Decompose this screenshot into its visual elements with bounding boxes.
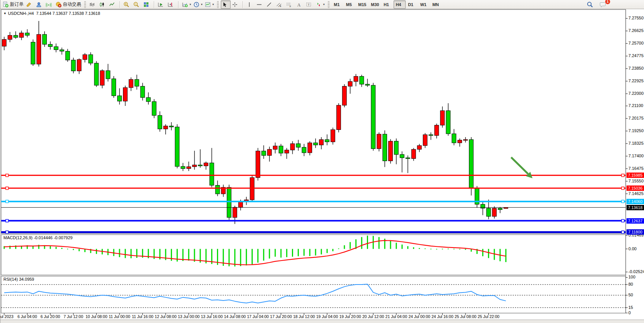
macd-bar [136, 249, 137, 258]
toolbar-button-autotrade[interactable]: 自动交易 [54, 0, 82, 9]
timeframe-button-m5[interactable]: M5 [344, 0, 356, 9]
line-handle[interactable] [6, 200, 8, 203]
timeframe-button-m1[interactable]: M1 [332, 0, 344, 9]
bull-candle [457, 140, 462, 143]
toolbar-group: EFAT▾ [244, 0, 327, 9]
timeframe-button-mn[interactable]: MN [430, 0, 442, 9]
time-axis-label: 13 Jul 16:00 [201, 314, 223, 319]
toolbar-button-cursor[interactable] [221, 0, 231, 9]
macd-bar [327, 249, 328, 253]
bear-candle [135, 80, 139, 86]
toolbar-button-text[interactable]: A [295, 0, 304, 9]
toolbar-button-new-order[interactable]: 新订单 [2, 0, 25, 9]
bull-candle [440, 111, 445, 125]
rsi-axis-label: 80 [628, 282, 633, 286]
current-price-tag: 7.13618 [626, 205, 644, 210]
bear-candle [106, 70, 110, 78]
dropdown-caret-icon[interactable]: ▾ [201, 3, 202, 6]
line-handle[interactable] [6, 219, 8, 222]
price-axis-label: 7.22925 [628, 78, 644, 83]
time-axis-label: 6 Jul 04:00 [18, 314, 37, 319]
dropdown-caret-icon[interactable]: ▾ [190, 3, 191, 6]
line-handle[interactable] [622, 231, 624, 233]
toolbar-button-periods[interactable]: ▾ [192, 0, 204, 9]
chart-symbol-dropdown-icon[interactable]: ▼ [3, 12, 6, 15]
trading-platform-window: 新订单自动交易▾▾▾EFAT▾M1M5M15M30H1H4D1W1MN1 ▼US… [0, 0, 644, 323]
toolbar-button-chart-shift[interactable] [166, 0, 176, 9]
bear-candle [302, 147, 306, 153]
search-icon [587, 1, 593, 8]
toolbar-button-label[interactable]: T [304, 0, 314, 9]
bear-candle [146, 98, 150, 102]
toolbar-button-bar-chart[interactable] [88, 0, 98, 9]
toolbar-button-indicators[interactable]: ▾ [181, 0, 192, 9]
toolbar-button-candlestick[interactable] [98, 0, 108, 9]
bull-candle [411, 149, 416, 158]
line-handle[interactable] [6, 231, 8, 233]
dropdown-caret-icon[interactable]: ▾ [212, 3, 214, 6]
line-handle[interactable] [6, 187, 8, 190]
zoom-in-icon [123, 2, 129, 8]
macd-bar [332, 249, 333, 251]
macd-bar [448, 249, 449, 249]
toolbar-button-crosshair[interactable] [231, 0, 241, 9]
macd-bar [263, 249, 264, 261]
toolbar-button-brush[interactable] [25, 0, 35, 9]
toolbar-button-auto-scroll[interactable] [156, 0, 166, 9]
toolbar-drag-handle [328, 1, 330, 8]
timeframe-button-w1[interactable]: W1 [418, 0, 430, 9]
periods-icon [193, 2, 199, 8]
chart-symbol-period: USDCNH-,H4 [8, 11, 34, 16]
dropdown-caret-icon[interactable]: ▾ [323, 3, 325, 6]
timeframe-button-h1[interactable]: H1 [381, 0, 394, 9]
time-axis-label: 11 Jul 00:00 [109, 314, 130, 319]
line-handle[interactable] [6, 174, 8, 177]
macd-bar [188, 249, 189, 261]
bull-candle [423, 135, 427, 146]
toolbar-button-arrows[interactable]: ▾ [314, 0, 326, 9]
zoom-out-icon [133, 2, 139, 8]
bear-candle [429, 135, 433, 136]
toolbar-button-vline[interactable] [245, 0, 255, 9]
toolbar-button-trendline[interactable] [265, 0, 275, 9]
toolbar-button-chat[interactable]: 1 [598, 0, 608, 9]
autotrade-icon [56, 2, 62, 8]
line-handle[interactable] [622, 174, 624, 177]
timeframe-button-m15[interactable]: M15 [356, 0, 368, 9]
line-handle[interactable] [622, 219, 624, 222]
bear-candle [198, 165, 202, 166]
timeframe-button-m30[interactable]: M30 [368, 0, 381, 9]
line-handle[interactable] [622, 200, 624, 203]
toolbar-button-line-chart[interactable] [108, 0, 118, 9]
price-axis-label: 7.15550 [628, 179, 644, 183]
toolbar-button-profile[interactable] [35, 0, 45, 9]
bear-candle [371, 85, 375, 149]
macd-bar [73, 249, 74, 250]
toolbar-button-fibonacci[interactable]: F [285, 0, 295, 9]
bull-candle [319, 139, 324, 145]
price-level-tag: 7.12637 [626, 218, 644, 224]
time-axis-label: 21 Jul 04:00 [386, 314, 407, 319]
toolbar-button-channel[interactable]: E [275, 0, 285, 9]
toolbar-group [121, 0, 153, 9]
toolbar-button-templates[interactable]: ▾ [204, 0, 215, 9]
timeframe-button-d1[interactable]: D1 [406, 0, 418, 9]
bear-candle [452, 134, 456, 143]
toolbar-button-zoom-in[interactable] [122, 0, 132, 9]
bear-candle [365, 84, 370, 85]
toolbar-button-signal[interactable] [45, 0, 54, 9]
toolbar-button-tile-windows[interactable] [142, 0, 152, 9]
line-handle[interactable] [622, 187, 624, 190]
price-axis-label: 7.17400 [628, 154, 644, 158]
bull-candle [187, 167, 191, 169]
bull-candle [192, 165, 196, 167]
toolbar-separator [178, 1, 179, 8]
macd-bar [275, 249, 276, 257]
toolbar-button-zoom-out[interactable] [132, 0, 142, 9]
bull-candle [464, 139, 468, 140]
toolbar-button-search[interactable] [585, 0, 595, 9]
timeframe-button-h4[interactable]: H4 [394, 0, 406, 9]
bull-candle [256, 151, 260, 177]
toolbar-button-hline[interactable] [255, 0, 265, 9]
bear-candle [54, 46, 58, 50]
